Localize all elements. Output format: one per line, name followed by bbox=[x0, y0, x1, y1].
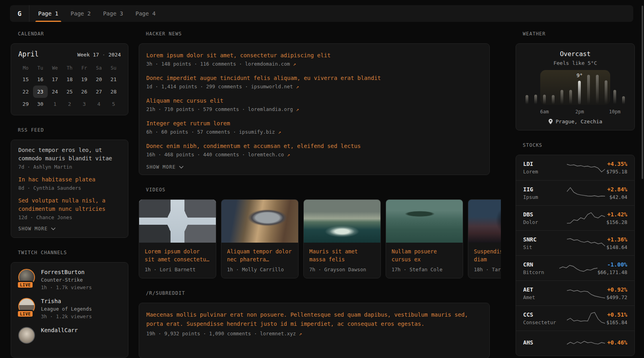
stock-price: $499.72 bbox=[605, 294, 627, 300]
calendar-day[interactable]: 18 bbox=[62, 73, 77, 86]
tab-page-2[interactable]: Page 2 bbox=[71, 5, 91, 22]
hn-item-title[interactable]: Donec imperdiet augue tincidunt felis al… bbox=[146, 74, 482, 82]
twitch-channel-name[interactable]: ForrestBurton bbox=[41, 269, 92, 275]
tab-page-4[interactable]: Page 4 bbox=[136, 5, 156, 22]
video-card[interactable]: Nullam posuere cursus ex 17h · Stefan Co… bbox=[386, 199, 463, 278]
calendar-day[interactable]: 25 bbox=[62, 86, 77, 98]
calendar-day[interactable]: 24 bbox=[48, 86, 62, 98]
hn-item-title[interactable]: Aliquam nec cursus elit bbox=[146, 96, 482, 105]
rss-item: In hac habitasse platea 8d · Cynthia Sau… bbox=[18, 175, 121, 191]
stock-row[interactable]: SNRC Sit +1.36% $148.64 bbox=[516, 230, 634, 255]
calendar-day[interactable]: 22 bbox=[18, 86, 33, 98]
external-link-arrow-icon[interactable]: ↗ bbox=[296, 106, 299, 112]
hn-item-title[interactable]: Lorem ipsum dolor sit amet, consectetur … bbox=[146, 51, 482, 60]
stock-change-percent: +0.92% bbox=[605, 286, 627, 293]
twitch-channel-name[interactable]: KendallCarr bbox=[41, 327, 78, 333]
rss-item-title[interactable]: Donec tempor eros leo, ut commodo mauris… bbox=[18, 146, 121, 163]
calendar-day[interactable]: 5 bbox=[106, 98, 121, 110]
stock-name: Amet bbox=[523, 294, 567, 300]
video-title[interactable]: Lorem ipsum dolor sit amet consectetu… bbox=[145, 247, 210, 263]
rss-item-title[interactable]: In hac habitasse platea bbox=[18, 175, 121, 184]
stock-row[interactable]: DBS Dolor +1.42% $156.28 bbox=[516, 205, 634, 230]
video-card[interactable]: Aliquam tempor dolor nec pharetra… 1h · … bbox=[221, 199, 299, 278]
location-pin-icon bbox=[548, 119, 553, 125]
stock-price: $42.04 bbox=[605, 194, 627, 200]
calendar-day[interactable]: 15 bbox=[18, 73, 33, 86]
hn-item-title[interactable]: Donec enim nibh, condimentum et accumsan… bbox=[146, 142, 482, 150]
video-card[interactable]: Lorem ipsum dolor sit amet consectetu… 1… bbox=[139, 199, 216, 278]
calendar-day[interactable]: 19 bbox=[77, 73, 91, 86]
weather-location-row[interactable]: Prague, Czechia bbox=[523, 119, 627, 125]
stock-row[interactable]: LDI Lorem +4.35% $795.18 bbox=[516, 155, 634, 180]
external-link-arrow-icon[interactable]: ↗ bbox=[293, 61, 296, 67]
calendar-day[interactable]: 28 bbox=[106, 86, 121, 98]
twitch-channel-row[interactable]: LIVE Trisha League of Legends 3h · 1.2k … bbox=[18, 298, 121, 319]
twitch-channel-row[interactable]: LIVE ForrestBurton Counter-Strike 1h · 1… bbox=[18, 269, 121, 290]
calendar-day[interactable]: 27 bbox=[91, 86, 106, 98]
calendar-day[interactable]: 17 bbox=[48, 73, 62, 86]
calendar-day[interactable]: 21 bbox=[106, 73, 121, 86]
tab-page-1[interactable]: Page 1 bbox=[38, 5, 58, 22]
calendar-day[interactable]: 29 bbox=[18, 98, 33, 110]
weather-location: Prague, Czechia bbox=[556, 119, 602, 125]
video-thumbnail[interactable] bbox=[304, 200, 380, 243]
calendar-day[interactable]: 20 bbox=[91, 73, 106, 86]
video-card[interactable]: Mauris sit amet massa felis 7h · Grayson… bbox=[303, 199, 381, 278]
stock-row[interactable]: CCS Consectetur +0.51% $165.84 bbox=[516, 305, 634, 331]
hn-item-title[interactable]: Integer eget rutrum lorem bbox=[146, 119, 482, 128]
stock-change-percent: -1.00% bbox=[597, 261, 627, 268]
video-thumbnail[interactable] bbox=[139, 200, 216, 243]
stock-values: +2.84% $42.04 bbox=[605, 186, 627, 200]
hn-show-more-button[interactable]: SHOW MORE bbox=[146, 164, 482, 170]
stock-symbol: DBS bbox=[523, 211, 567, 218]
calendar-month: April bbox=[18, 50, 39, 58]
stock-row[interactable]: CRN Bitcorn -1.00% $66,171.48 bbox=[516, 255, 634, 280]
stock-row[interactable]: IIG Ipsum +2.84% $42.04 bbox=[516, 180, 634, 205]
weather-bar bbox=[587, 75, 590, 104]
video-card[interactable]: Suspendis diam 18h · Tara bbox=[468, 199, 501, 278]
video-meta: 17h · Stefan Cole bbox=[392, 267, 457, 272]
rss-item-title[interactable]: Sed volutpat nulla nisl, a condimentum n… bbox=[18, 197, 121, 213]
middle-column: HACKER NEWS Lorem ipsum dolor sit amet, … bbox=[139, 31, 501, 358]
stock-row[interactable]: AET Amet +0.92% $499.72 bbox=[516, 280, 634, 305]
rss-widget-label: RSS FEED bbox=[18, 127, 128, 133]
calendar-week-year: Week 17 · 2024 bbox=[77, 52, 121, 58]
twitch-channel-viewers: 3h · 1.2k viewers bbox=[41, 313, 92, 319]
calendar-day[interactable]: 4 bbox=[91, 98, 106, 110]
video-title[interactable]: Aliquam tempor dolor nec pharetra… bbox=[227, 247, 293, 263]
stock-name: Ipsum bbox=[523, 194, 567, 200]
video-thumbnail[interactable] bbox=[221, 200, 298, 243]
calendar-day[interactable]: 16 bbox=[33, 73, 48, 86]
reddit-post-title[interactable]: Maecenas mollis pulvinar erat non posuer… bbox=[146, 310, 482, 329]
twitch-channel-row[interactable]: LIVE KendallCarr bbox=[18, 327, 121, 344]
stock-id: AET Amet bbox=[523, 286, 567, 300]
rss-item: Donec tempor eros leo, ut commodo mauris… bbox=[18, 146, 121, 170]
tab-page-3[interactable]: Page 3 bbox=[103, 5, 123, 22]
video-title[interactable]: Nullam posuere cursus ex bbox=[392, 247, 457, 263]
calendar-day[interactable]: 3 bbox=[77, 98, 91, 110]
rss-show-more-button[interactable]: SHOW MORE bbox=[18, 226, 121, 232]
external-link-arrow-icon[interactable]: ↗ bbox=[278, 129, 281, 135]
weekday-label: Su bbox=[106, 63, 121, 73]
stock-values: +0.92% $499.72 bbox=[605, 286, 627, 300]
calendar-day[interactable]: 26 bbox=[77, 86, 91, 98]
calendar-day-selected[interactable]: 23 bbox=[33, 86, 48, 98]
external-link-arrow-icon[interactable]: ↗ bbox=[299, 331, 302, 337]
stock-change-percent: +0.51% bbox=[605, 311, 627, 318]
twitch-avatar-wrap: LIVE bbox=[18, 269, 35, 286]
video-title[interactable]: Mauris sit amet massa felis bbox=[309, 247, 375, 263]
stock-change-percent: +1.36% bbox=[605, 236, 627, 243]
app-logo[interactable]: G bbox=[10, 5, 29, 22]
video-thumbnail[interactable] bbox=[468, 200, 501, 243]
video-title[interactable]: Suspendis diam bbox=[474, 247, 501, 263]
rss-widget: RSS FEED Donec tempor eros leo, ut commo… bbox=[11, 127, 128, 238]
calendar-day[interactable]: 1 bbox=[48, 98, 62, 110]
external-link-arrow-icon[interactable]: ↗ bbox=[287, 152, 290, 158]
page-scrollbar-thumb[interactable] bbox=[642, 6, 643, 179]
twitch-channel-name[interactable]: Trisha bbox=[41, 298, 92, 304]
stock-row[interactable]: AHS +0.46% bbox=[516, 331, 634, 356]
external-link-arrow-icon[interactable]: ↗ bbox=[296, 84, 299, 90]
calendar-day[interactable]: 2 bbox=[62, 98, 77, 110]
calendar-day[interactable]: 30 bbox=[33, 98, 48, 110]
video-thumbnail[interactable] bbox=[386, 200, 463, 243]
